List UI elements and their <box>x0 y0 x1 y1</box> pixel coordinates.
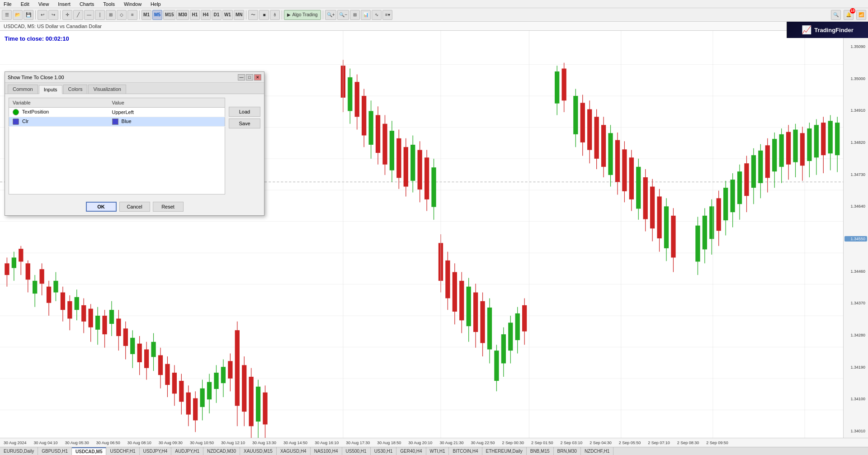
period-m5[interactable]: M5 <box>152 10 162 20</box>
bottom-tab-7[interactable]: XAUUSD,M15 <box>240 447 277 455</box>
dialog-minimize-button[interactable]: — <box>238 74 245 81</box>
table-row[interactable]: Clr Blue <box>9 117 225 127</box>
algo-trading-button[interactable]: ▶ Algo Trading <box>284 10 321 20</box>
svg-rect-141 <box>515 313 520 340</box>
bottom-tab-17[interactable]: BRN,M30 <box>554 447 581 455</box>
dialog: Show Time To Close 1.00 — □ ✕ Common Inp… <box>5 71 264 216</box>
grid-button[interactable]: ⊞ <box>350 10 360 20</box>
bottom-tab-2[interactable]: USDCAD,M5 <box>72 447 106 455</box>
menu-charts[interactable]: Charts <box>78 1 96 7</box>
bottom-tab-12[interactable]: GER40,H4 <box>396 447 426 455</box>
svg-rect-127 <box>467 287 471 326</box>
bottom-tab-0[interactable]: EURUSD,Daily <box>0 447 38 455</box>
dialog-close-button[interactable]: ✕ <box>254 74 261 81</box>
period-m15[interactable]: M15 <box>163 10 175 20</box>
bottom-tab-9[interactable]: NAS100,H4 <box>311 447 342 455</box>
volume-button[interactable]: 📊 <box>361 10 371 20</box>
zoom-out-button[interactable]: 🔍− <box>337 10 349 20</box>
tab-colors[interactable]: Colors <box>63 85 88 94</box>
menu-help[interactable]: Help <box>149 1 163 7</box>
search-button[interactable]: 🔍 <box>831 10 841 20</box>
menu-edit[interactable]: Edit <box>19 1 31 7</box>
chart-type-candle[interactable]: 🕯 <box>270 10 280 20</box>
load-button[interactable]: Load <box>229 107 260 117</box>
ok-button[interactable]: OK <box>86 202 117 212</box>
period-w1[interactable]: W1 <box>222 10 233 20</box>
crosshair-button[interactable]: ✛ <box>62 10 72 20</box>
reset-button[interactable]: Reset <box>153 202 184 212</box>
svg-rect-155 <box>608 133 613 175</box>
time-label-19: 2 Sep 04:30 <box>586 441 615 445</box>
dialog-maximize-button[interactable]: □ <box>246 74 253 81</box>
row1-icon <box>13 109 19 115</box>
tab-inputs[interactable]: Inputs <box>39 85 62 94</box>
signal-button[interactable]: 📶 <box>856 10 866 20</box>
svg-rect-137 <box>501 334 506 363</box>
open-button[interactable]: 📂 <box>13 10 23 20</box>
menu-insert[interactable]: Insert <box>56 1 72 7</box>
zoom-in-button[interactable]: 🔍+ <box>325 10 337 20</box>
svg-rect-165 <box>643 177 648 219</box>
bottom-tab-16[interactable]: BNB,M15 <box>527 447 554 455</box>
chart-type-bar[interactable]: ■ <box>259 10 269 20</box>
menu-window[interactable]: Window <box>122 1 143 7</box>
bottom-tab-8[interactable]: XAGUSD,H4 <box>277 447 311 455</box>
vline-button[interactable]: | <box>95 10 105 20</box>
undo-button[interactable]: ↩ <box>38 10 47 20</box>
svg-rect-37 <box>81 305 86 322</box>
period-h1[interactable]: H1 <box>190 10 200 20</box>
svg-rect-189 <box>744 163 749 196</box>
menu-file[interactable]: File <box>2 1 14 7</box>
bottom-tab-13[interactable]: WTI,H1 <box>426 447 449 455</box>
row2-value[interactable]: Blue <box>108 117 225 127</box>
period-mn[interactable]: MN <box>234 10 245 20</box>
save-button[interactable]: 💾 <box>24 10 33 20</box>
period-h4[interactable]: H4 <box>201 10 211 20</box>
bottom-tab-10[interactable]: US500,H1 <box>342 447 371 455</box>
chart-type-line[interactable]: 〜 <box>248 10 258 20</box>
table-row[interactable]: TextPosition UpperLeft <box>9 108 225 117</box>
period-m30[interactable]: M30 <box>176 10 189 20</box>
svg-rect-43 <box>102 316 107 334</box>
bottom-tab-4[interactable]: USDJPY,H4 <box>140 447 172 455</box>
cancel-button[interactable]: Cancel <box>119 202 150 212</box>
channel-button[interactable]: ⊞ <box>106 10 116 20</box>
svg-rect-53 <box>137 344 142 362</box>
redo-button[interactable]: ↪ <box>48 10 58 20</box>
line-button[interactable]: ╱ <box>73 10 83 20</box>
bottom-tab-6[interactable]: NZDCAD,M30 <box>203 447 240 455</box>
indicators-button[interactable]: ∿ <box>372 10 382 20</box>
svg-rect-131 <box>480 301 485 343</box>
menu-view[interactable]: View <box>37 1 51 7</box>
row1-value[interactable]: UpperLeft <box>108 108 225 117</box>
bottom-tab-1[interactable]: GBPUSD,H1 <box>38 447 72 455</box>
bottom-tab-14[interactable]: BITCOIN,H4 <box>449 447 482 455</box>
shapes-button[interactable]: ◇ <box>117 10 127 20</box>
svg-rect-89 <box>263 393 267 425</box>
bottom-tab-5[interactable]: AUDJPY,H1 <box>171 447 203 455</box>
bottom-tab-15[interactable]: ETHEREUM,Daily <box>482 447 527 455</box>
svg-rect-47 <box>116 318 121 336</box>
main-area: Time to close: 00:02:10 <box>0 31 868 438</box>
templates-button[interactable]: ≡▾ <box>382 10 392 20</box>
dialog-content: Variable Value TextPosition <box>5 94 264 198</box>
bottom-tab-3[interactable]: USDCHF,H1 <box>106 447 139 455</box>
new-chart-button[interactable]: ☰ <box>2 10 12 20</box>
chart-area[interactable]: Time to close: 00:02:10 <box>0 31 868 438</box>
hline-button[interactable]: — <box>84 10 94 20</box>
time-label-1: 30 Aug 04:10 <box>30 441 61 445</box>
bottom-tab-18[interactable]: NZDCHF,H1 <box>581 447 614 455</box>
tab-common[interactable]: Common <box>8 85 38 94</box>
time-label-8: 30 Aug 13:30 <box>249 441 280 445</box>
price-label-11: 1.34190 <box>844 365 867 370</box>
fibonacci-button[interactable]: ≡ <box>127 10 137 20</box>
period-m1[interactable]: M1 <box>142 10 151 20</box>
save-btn-dialog[interactable]: Save <box>229 118 260 128</box>
svg-rect-187 <box>737 171 742 204</box>
svg-rect-77 <box>221 367 226 383</box>
period-d1[interactable]: D1 <box>212 10 222 20</box>
menu-tools[interactable]: Tools <box>101 1 117 7</box>
svg-rect-23 <box>33 281 37 294</box>
bottom-tab-11[interactable]: US30,H1 <box>371 447 397 455</box>
tab-visualization[interactable]: Visualization <box>88 85 126 94</box>
